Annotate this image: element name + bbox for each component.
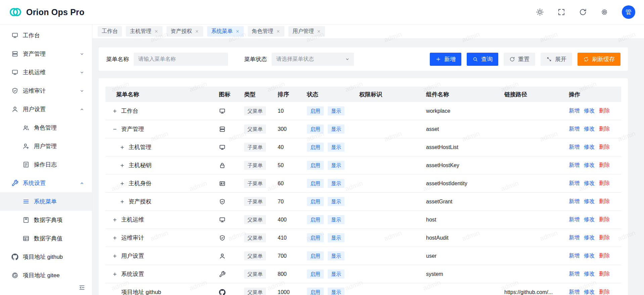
tab-close-icon[interactable] <box>154 29 158 34</box>
sidebar-item-github[interactable]: 项目地址 github <box>0 248 92 266</box>
dict-item-icon <box>22 216 30 224</box>
tab-close-icon[interactable] <box>276 29 280 34</box>
sidebar-item-ops-audit[interactable]: 运维审计 <box>0 82 92 100</box>
asset-icon <box>11 50 18 57</box>
row-delete-link[interactable]: 删除 <box>599 253 610 258</box>
menu-name-cell: 运维审计 <box>105 234 214 242</box>
status-visible-tag: 显示 <box>328 143 344 152</box>
user-manage-icon <box>22 143 30 150</box>
tree-expand-icon[interactable] <box>119 162 125 168</box>
row-actions: 新增修改删除 <box>563 162 621 169</box>
row-delete-link[interactable]: 删除 <box>599 198 610 204</box>
row-add-link[interactable]: 新增 <box>569 144 580 150</box>
menu-status-select[interactable]: 请选择菜单状态 <box>272 53 354 66</box>
tab-close-icon[interactable] <box>317 29 321 34</box>
row-add-link[interactable]: 新增 <box>569 253 580 258</box>
row-delete-link[interactable]: 删除 <box>599 235 610 240</box>
menu-icon-cell <box>214 253 239 259</box>
row-edit-link[interactable]: 修改 <box>584 144 595 150</box>
row-delete-link[interactable]: 删除 <box>599 271 610 277</box>
component-value: assetGrant <box>421 199 499 205</box>
sidebar-item-user-management[interactable]: 用户管理 <box>0 137 92 155</box>
fullscreen-icon[interactable] <box>557 8 565 16</box>
search-button[interactable]: 查询 <box>467 53 498 66</box>
row-add-link[interactable]: 新增 <box>569 271 580 277</box>
row-edit-link[interactable]: 修改 <box>584 198 595 204</box>
tab-host-management[interactable]: 主机管理 <box>126 26 163 37</box>
row-add-link[interactable]: 新增 <box>569 289 580 295</box>
reset-button[interactable]: 重置 <box>504 53 535 66</box>
menu-name-input[interactable] <box>134 53 228 66</box>
tab-role-management[interactable]: 角色管理 <box>248 26 284 37</box>
component-value: asset <box>421 126 499 132</box>
row-delete-link[interactable]: 删除 <box>599 216 610 222</box>
tree-expand-icon[interactable] <box>112 271 118 277</box>
idcard-icon <box>219 180 226 187</box>
sidebar-item-asset-management[interactable]: 资产管理 <box>0 45 92 63</box>
user-avatar[interactable]: 管 <box>622 5 635 19</box>
menu-icon-cell <box>214 144 239 151</box>
row-edit-link[interactable]: 修改 <box>584 235 595 240</box>
tree-expand-icon[interactable] <box>112 108 118 114</box>
row-delete-link[interactable]: 删除 <box>599 108 610 113</box>
sidebar-item-operation-log[interactable]: 操作日志 <box>0 155 92 174</box>
row-edit-link[interactable]: 修改 <box>584 108 595 113</box>
tree-expand-icon[interactable] <box>112 253 118 259</box>
expand-button[interactable]: 展开 <box>541 53 572 66</box>
row-add-link[interactable]: 新增 <box>569 235 580 240</box>
row-edit-link[interactable]: 修改 <box>584 180 595 186</box>
row-add-link[interactable]: 新增 <box>569 180 580 186</box>
row-edit-link[interactable]: 修改 <box>584 253 595 258</box>
tab-close-icon[interactable] <box>235 29 240 34</box>
row-delete-link[interactable]: 删除 <box>599 144 610 150</box>
sidebar-item-role-management[interactable]: 角色管理 <box>0 118 92 137</box>
row-edit-link[interactable]: 修改 <box>584 289 595 295</box>
sidebar-item-workbench[interactable]: 工作台 <box>0 26 92 45</box>
sidebar-item-user-settings[interactable]: 用户设置 <box>0 100 92 118</box>
row-edit-link[interactable]: 修改 <box>584 216 595 222</box>
sidebar-item-dict-values[interactable]: 数据字典值 <box>0 229 92 248</box>
tree-expand-icon[interactable] <box>119 144 125 150</box>
sidebar-collapse-icon[interactable] <box>79 284 85 291</box>
tab-asset-grant[interactable]: 资产授权 <box>167 26 203 37</box>
row-delete-link[interactable]: 删除 <box>599 126 610 132</box>
tree-expand-icon[interactable] <box>119 181 125 187</box>
row-edit-link[interactable]: 修改 <box>584 271 595 277</box>
tab-system-menu[interactable]: 系统菜单 <box>207 26 244 37</box>
sidebar-item-system-settings[interactable]: 系统设置 <box>0 174 92 192</box>
row-delete-link[interactable]: 删除 <box>599 289 610 295</box>
row-add-link[interactable]: 新增 <box>569 126 580 132</box>
row-edit-link[interactable]: 修改 <box>584 162 595 168</box>
app-brand[interactable]: Orion Ops Pro <box>9 5 84 19</box>
add-button[interactable]: 新增 <box>430 53 461 66</box>
row-actions: 新增修改删除 <box>563 144 621 151</box>
github-icon <box>11 253 18 260</box>
row-add-link[interactable]: 新增 <box>569 162 580 168</box>
log-icon <box>22 161 30 168</box>
row-add-link[interactable]: 新增 <box>569 198 580 204</box>
tree-collapse-icon[interactable] <box>112 126 118 132</box>
settings-icon[interactable] <box>600 8 608 16</box>
row-edit-link[interactable]: 修改 <box>584 126 595 132</box>
tab-close-icon[interactable] <box>195 29 199 34</box>
tree-expand-icon[interactable] <box>112 235 118 241</box>
tree-expand-icon[interactable] <box>112 217 118 223</box>
theme-icon[interactable] <box>536 8 544 16</box>
sidebar-item-gitee[interactable]: 项目地址 gitee <box>0 266 92 285</box>
row-delete-link[interactable]: 删除 <box>599 180 610 186</box>
sidebar-item-system-menu[interactable]: 系统菜单 <box>0 192 92 211</box>
row-add-link[interactable]: 新增 <box>569 108 580 113</box>
tab-workbench[interactable]: 工作台 <box>98 26 122 37</box>
refresh-cache-button[interactable]: 刷新缓存 <box>578 53 620 66</box>
sidebar-item-dict-items[interactable]: 数据字典项 <box>0 211 92 229</box>
sidebar-item-host-ops[interactable]: 主机运维 <box>0 63 92 82</box>
row-add-link[interactable]: 新增 <box>569 216 580 222</box>
refresh-icon[interactable] <box>579 8 587 16</box>
tab-user-management[interactable]: 用户管理 <box>288 26 325 37</box>
chevron-up-icon <box>79 181 85 186</box>
row-delete-link[interactable]: 删除 <box>599 162 610 168</box>
tree-expand-icon[interactable] <box>119 199 125 205</box>
status-visible-tag: 显示 <box>328 125 344 134</box>
menu-status-placeholder: 请选择菜单状态 <box>276 56 314 63</box>
menu-name-cell: 项目地址 github <box>105 288 214 295</box>
